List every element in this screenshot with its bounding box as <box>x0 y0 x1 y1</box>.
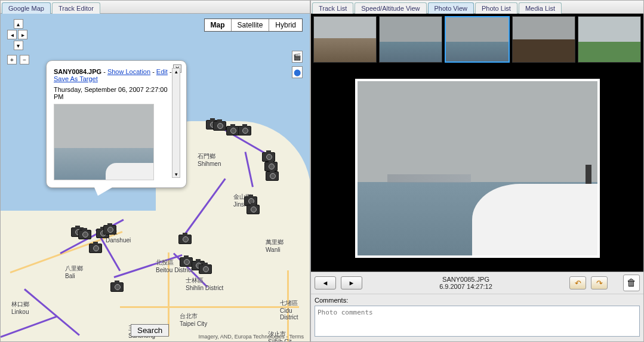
rotate-right-button[interactable]: ↷ <box>591 276 608 289</box>
info-scrollbar[interactable] <box>172 68 180 178</box>
camera-marker-icon[interactable] <box>110 282 124 292</box>
tab-media-list[interactable]: Media List <box>519 2 562 14</box>
info-edit-link[interactable]: Edit <box>156 68 168 75</box>
zoom-out-button[interactable]: − <box>20 55 29 64</box>
map-place-label: 台北市Taipei City <box>180 312 207 327</box>
map-info-window: ✕ SANY0084.JPG - Show Location - Edit - … <box>46 60 187 188</box>
next-photo-button[interactable]: ► <box>341 276 362 289</box>
pan-left-button[interactable]: ◂ <box>7 30 17 39</box>
info-show-location-link[interactable]: Show Location <box>107 68 150 75</box>
camera-marker-icon[interactable] <box>103 225 116 235</box>
map-type-hybrid[interactable]: Hybrid <box>269 19 302 31</box>
thumbnail[interactable] <box>313 16 377 63</box>
pan-right-button[interactable]: ▸ <box>18 30 27 39</box>
photo-metadata: SANY0085.JPG 6.9.2007 14:27:12 <box>367 276 565 290</box>
pan-up-button[interactable]: ▴ <box>14 19 23 29</box>
prev-photo-button[interactable]: ◄ <box>315 276 336 289</box>
camera-marker-icon[interactable] <box>178 235 192 244</box>
info-save-target-link[interactable]: Save As Target <box>54 75 98 82</box>
tab-track-editor[interactable]: Track Editor <box>52 2 100 14</box>
thumbnail-strip <box>311 14 643 65</box>
map-pan-zoom-controls: ▴ ◂ ▸ ▾ + − <box>7 19 30 65</box>
info-datetime: Thursday, September 06, 2007 2:27:00 PM <box>54 86 179 100</box>
map-type-satellite[interactable]: Satellite <box>232 19 270 31</box>
rotate-left-button[interactable]: ↶ <box>569 276 586 289</box>
camera-marker-icon[interactable] <box>213 121 226 131</box>
tab-photo-view[interactable]: Photo View <box>428 2 474 14</box>
zoom-in-button[interactable]: + <box>7 55 17 64</box>
tab-speed-altitude[interactable]: Speed/Altitude View <box>355 2 426 14</box>
map-canvas[interactable]: 台北市Taipei City士林區Shihlin District北投區Beit… <box>1 14 310 341</box>
pin-icon[interactable]: ⬤ <box>292 66 303 78</box>
comments-textarea[interactable] <box>315 306 640 337</box>
camera-marker-icon[interactable] <box>89 244 102 253</box>
photo-footer-bar: ◄ ► SANY0085.JPG 6.9.2007 14:27:12 ↶ ↷ 🗑 <box>311 272 643 294</box>
left-tabs: Google Map Track Editor <box>1 1 310 14</box>
photo-filename: SANY0085.JPG <box>367 276 565 283</box>
map-place-label: 八里鄉Bali <box>65 264 83 279</box>
thumbnail-selected[interactable] <box>445 16 509 63</box>
map-attribution: Imagery, AND, Europa Technologies - Term… <box>198 334 304 340</box>
thumbnail[interactable] <box>512 16 575 63</box>
pan-down-button[interactable]: ▾ <box>14 41 23 50</box>
map-place-label: 林口鄉Linkou <box>11 300 29 315</box>
tab-google-map[interactable]: Google Map <box>2 2 51 14</box>
camera-marker-icon[interactable] <box>266 171 279 181</box>
thumbnail[interactable] <box>578 16 641 63</box>
map-place-label: 石門鄉Shihmen <box>198 152 221 167</box>
photo-datetime: 6.9.2007 14:27:12 <box>367 283 565 290</box>
camera-marker-icon[interactable] <box>226 126 239 135</box>
map-place-label: 萬里鄉Wanli <box>266 238 284 253</box>
camera-marker-icon[interactable] <box>199 264 212 274</box>
info-filename: SANY0084.JPG <box>54 68 101 75</box>
right-tabs: Track List Speed/Altitude View Photo Vie… <box>311 1 643 14</box>
camera-marker-icon[interactable] <box>180 257 193 267</box>
info-thumbnail <box>54 104 154 180</box>
camera-marker-icon[interactable] <box>78 230 91 239</box>
thumbnail[interactable] <box>379 16 442 63</box>
tab-photo-list[interactable]: Photo List <box>475 2 517 14</box>
tab-track-list[interactable]: Track List <box>312 2 353 14</box>
search-button[interactable]: Search <box>131 324 169 337</box>
main-photo <box>355 79 600 258</box>
map-type-selector: Map Satellite Hybrid <box>204 19 303 32</box>
delete-photo-button[interactable]: 🗑 <box>623 275 640 291</box>
map-place-label: 士林區Shihlin District <box>186 276 223 291</box>
camera-marker-icon[interactable] <box>246 205 260 214</box>
camera-marker-icon[interactable] <box>238 126 251 135</box>
comments-label: Comments: <box>315 297 640 304</box>
map-place-label: 七堵區Cidu District <box>280 299 310 321</box>
map-type-map[interactable]: Map <box>205 19 232 31</box>
film-icon[interactable]: 🎬 <box>292 51 303 63</box>
